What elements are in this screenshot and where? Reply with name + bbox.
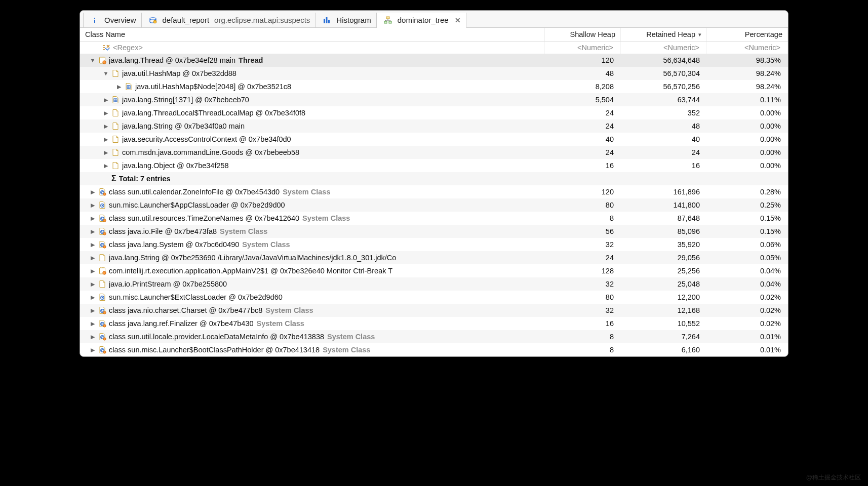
tree-row[interactable]: ▶java.lang.String @ 0x7be253690 /Library… <box>80 251 788 264</box>
row-label: class java.nio.charset.Charset @ 0x7be47… <box>109 306 262 314</box>
column-header-percentage[interactable]: Percentage <box>707 28 788 41</box>
cell-retained: 24 <box>621 148 707 156</box>
chevron-right-icon[interactable]: ▶ <box>102 110 109 116</box>
chevron-right-icon[interactable]: ▶ <box>102 163 109 169</box>
chevron-right-icon[interactable]: ▶ <box>89 268 96 274</box>
cell-percentage: 0.00% <box>707 109 788 117</box>
tab-label: Overview <box>104 16 136 24</box>
tree-row[interactable]: ▶Cclass java.lang.ref.Finalizer @ 0x7be4… <box>80 317 788 330</box>
tree-row[interactable]: ▶Cclass sun.util.resources.TimeZoneNames… <box>80 212 788 225</box>
chevron-right-icon[interactable]: ▶ <box>89 255 96 261</box>
chevron-down-icon[interactable]: ▼ <box>102 70 109 76</box>
cell-percentage: 0.00% <box>707 122 788 130</box>
tab-report[interactable]: default_report org.eclipse.mat.api:suspe… <box>142 13 316 27</box>
column-header-name[interactable]: Class Name <box>80 28 545 41</box>
class-icon: C <box>98 319 107 328</box>
tree-row[interactable]: ▶Cclass sun.misc.Launcher$BootClassPathH… <box>80 343 788 356</box>
column-header-shallow[interactable]: Shallow Heap <box>545 28 621 41</box>
chevron-right-icon[interactable]: ▶ <box>89 307 96 314</box>
chevron-right-icon[interactable]: ▶ <box>102 136 109 143</box>
filter-retained[interactable]: <Numeric> <box>621 42 707 54</box>
cell-retained: 48 <box>621 122 707 130</box>
sigma-icon: Σ <box>111 174 116 183</box>
cell-retained: 40 <box>621 135 707 143</box>
tree-row[interactable]: ▶Cclass java.io.File @ 0x7be473fa8System… <box>80 225 788 238</box>
file-icon <box>111 135 120 144</box>
array-icon <box>124 82 133 91</box>
tree-row[interactable]: ▶com.msdn.java.commandLine.Goods @ 0x7be… <box>80 146 788 159</box>
chevron-down-icon[interactable]: ▼ <box>89 57 96 63</box>
report-icon <box>148 16 157 25</box>
tree-row[interactable]: ▶java.lang.Object @ 0x7be34f25816160.00% <box>80 159 788 172</box>
tree-row[interactable]: ▶sun.misc.Launcher$ExtClassLoader @ 0x7b… <box>80 291 788 304</box>
cell-shallow: 24 <box>545 109 621 117</box>
chevron-right-icon[interactable]: ▶ <box>89 228 96 235</box>
tree-row[interactable]: ▶ΣTotal: 7 entries <box>80 172 788 185</box>
tree-row[interactable]: ▶Cclass java.lang.System @ 0x7bc6d0490Sy… <box>80 238 788 251</box>
svg-rect-8 <box>384 21 387 23</box>
file-icon <box>111 161 120 170</box>
filter-shallow[interactable]: <Numeric> <box>545 42 621 54</box>
chevron-right-icon[interactable]: ▶ <box>115 84 123 90</box>
file-icon <box>111 108 120 117</box>
cell-shallow: 5,504 <box>545 96 621 104</box>
file-icon <box>98 253 107 262</box>
tree-row[interactable]: ▶Cclass java.nio.charset.Charset @ 0x7be… <box>80 304 788 317</box>
filter-name[interactable]: <Regex> <box>80 42 545 54</box>
chevron-right-icon[interactable]: ▶ <box>102 149 109 156</box>
chevron-right-icon[interactable]: ▶ <box>89 334 96 340</box>
cell-retained: 56,570,304 <box>621 69 707 77</box>
svg-point-25 <box>103 219 106 222</box>
cell-shallow: 24 <box>545 148 621 156</box>
tab-overview[interactable]: Overview <box>83 13 142 27</box>
array-icon <box>111 95 120 104</box>
tab-dominator-tree[interactable]: dominator_tree ✕ <box>377 13 466 28</box>
chevron-right-icon[interactable]: ▶ <box>102 123 109 130</box>
tree-row[interactable]: ▶sun.misc.Launcher$AppClassLoader @ 0x7b… <box>80 198 788 212</box>
cell-shallow: 120 <box>545 56 621 64</box>
chevron-right-icon[interactable]: ▶ <box>89 347 96 353</box>
cell-shallow: 8 <box>545 346 621 354</box>
tree-row[interactable]: ▶Cclass sun.util.calendar.ZoneInfoFile @… <box>80 185 788 198</box>
file-icon <box>111 122 120 131</box>
tree-row[interactable]: ▶com.intellij.rt.execution.application.A… <box>80 264 788 277</box>
chevron-right-icon[interactable]: ▶ <box>89 189 96 195</box>
cell-percentage: 0.06% <box>707 240 788 249</box>
row-label: class sun.util.locale.provider.LocaleDat… <box>109 333 324 341</box>
tree-row[interactable]: ▶java.lang.String[1371] @ 0x7bebeeb705,5… <box>80 93 788 106</box>
filter-percentage[interactable]: <Numeric> <box>707 42 788 54</box>
tab-sublabel: org.eclipse.mat.api:suspects <box>214 16 310 24</box>
chevron-right-icon[interactable]: ▶ <box>102 97 109 103</box>
cell-percentage: 0.02% <box>707 319 788 328</box>
tree-row[interactable]: ▶java.lang.String @ 0x7be34f0a0 main2448… <box>80 119 788 133</box>
row-label: sun.misc.Launcher$AppClassLoader @ 0x7be… <box>109 201 285 209</box>
close-icon[interactable]: ✕ <box>455 16 461 24</box>
class-icon: C <box>98 240 107 249</box>
tree-row[interactable]: ▶java.io.PrintStream @ 0x7be2558003225,0… <box>80 277 788 291</box>
chevron-right-icon[interactable]: ▶ <box>89 294 96 301</box>
chevron-right-icon[interactable]: ▶ <box>89 215 96 222</box>
cell-retained: 25,048 <box>621 280 707 288</box>
cell-retained: 352 <box>621 109 707 117</box>
chevron-right-icon[interactable]: ▶ <box>89 202 96 209</box>
tree-row[interactable]: ▼java.util.HashMap @ 0x7be32dd884856,570… <box>80 67 788 80</box>
tree-row[interactable]: ▶java.util.HashMap$Node[2048] @ 0x7be352… <box>80 80 788 93</box>
tab-histogram[interactable]: Histogram <box>315 13 376 27</box>
tree-row[interactable]: ▶java.lang.ThreadLocal$ThreadLocalMap @ … <box>80 106 788 119</box>
chevron-right-icon[interactable]: ▶ <box>89 320 96 327</box>
cell-retained: 56,634,648 <box>621 56 707 64</box>
column-header-row: Class Name Shallow Heap Retained Heap▾ P… <box>80 28 788 42</box>
row-label: class sun.util.resources.TimeZoneNames @… <box>109 214 299 222</box>
tree-row[interactable]: ▼java.lang.Thread @ 0x7be34ef28 mainThre… <box>80 54 788 67</box>
row-suffix: System Class <box>323 346 370 354</box>
cell-retained: 16 <box>621 161 707 170</box>
tree-row[interactable]: ▶Cclass sun.util.locale.provider.LocaleD… <box>80 330 788 343</box>
tree-body: ▼java.lang.Thread @ 0x7be34ef28 mainThre… <box>80 54 788 356</box>
chevron-right-icon[interactable]: ▶ <box>89 241 96 248</box>
column-header-retained[interactable]: Retained Heap▾ <box>621 28 707 41</box>
chevron-right-icon[interactable]: ▶ <box>89 281 96 288</box>
tree-row[interactable]: ▶java.security.AccessControlContext @ 0x… <box>80 133 788 146</box>
tab-bar: Overview default_report org.eclipse.mat.… <box>80 11 788 28</box>
svg-point-22 <box>102 205 103 207</box>
cell-shallow: 32 <box>545 280 621 288</box>
